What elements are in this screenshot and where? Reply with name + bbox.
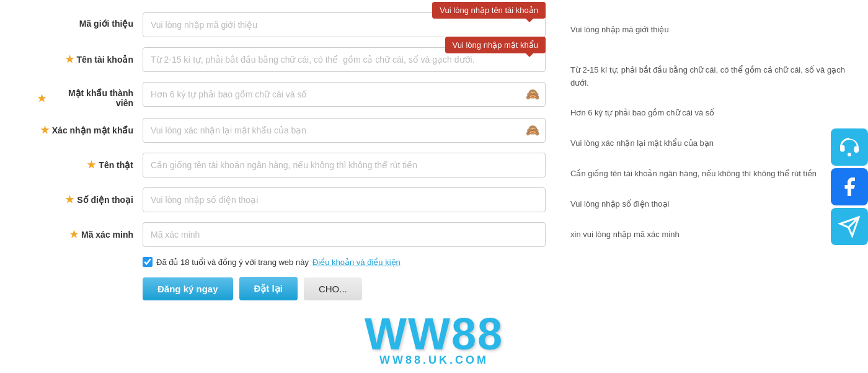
- facebook-svg: [838, 176, 861, 198]
- register-button[interactable]: Đăng ký ngay: [143, 277, 233, 300]
- headset-svg: [838, 136, 861, 158]
- hint-ma-xac-minh: xin vui lòng nhập mã xác minh: [570, 223, 856, 241]
- tooltip-ten-tai-khoan: Vui lòng nhập mật khẩu: [445, 37, 546, 53]
- btn-row: Đăng ký ngay Đặt lại CHO...: [143, 277, 546, 300]
- row-ma-gioi-thieu: Mã giới thiệu Vui lòng nhập tên tài khoả…: [37, 12, 546, 37]
- checkbox-age[interactable]: [143, 257, 153, 267]
- label-text-ten-that: Tên thật: [99, 160, 133, 170]
- form-left: Mã giới thiệu Vui lòng nhập tên tài khoả…: [0, 12, 558, 300]
- row-so-dien-thoai: ★ Số điện thoại: [37, 187, 546, 212]
- label-text-ma-gioi-thieu: Mã giới thiệu: [79, 19, 133, 29]
- hint-xac-nhan-mat-khau: Vui lòng xác nhận lại mật khẩu của bạn: [570, 132, 856, 150]
- logo-ww88: WW88: [365, 312, 503, 356]
- star-ten-tai-khoan: ★: [65, 53, 74, 65]
- label-ten-tai-khoan: ★ Tên tài khoản: [37, 47, 143, 65]
- eye-icon-mat-khau[interactable]: 🙈: [526, 88, 539, 101]
- tooltip-ma-gioi-thieu: Vui lòng nhập tên tài khoản: [432, 2, 546, 19]
- hint-ten-that: Cần giống tên tài khoản ngân hàng, nếu k…: [570, 163, 856, 181]
- checkbox-link[interactable]: Điều khoản và điều kiện: [312, 258, 401, 267]
- form-right-hints: Vui lòng nhập mã giới thiệu Từ 2-15 kí t…: [558, 12, 868, 300]
- label-text-xac-nhan-mat-khau: Xác nhận mật khẩu: [52, 125, 133, 135]
- logo-overlay: WW88 WW88.UK.COM: [365, 312, 503, 367]
- star-mat-khau: ★: [37, 92, 46, 104]
- label-text-mat-khau: Mật khẩu thành viên: [49, 88, 133, 108]
- facebook-icon[interactable]: [831, 168, 868, 205]
- label-ma-gioi-thieu: Mã giới thiệu: [37, 12, 143, 29]
- telegram-icon[interactable]: [831, 208, 868, 245]
- side-icons: [831, 128, 868, 245]
- logo-sub: WW88.UK.COM: [365, 354, 503, 367]
- checkbox-row: Đã đủ 18 tuổi và đồng ý với trang web nà…: [143, 257, 546, 267]
- label-xac-nhan-mat-khau: ★ Xác nhận mật khẩu: [37, 118, 143, 136]
- row-xac-nhan-mat-khau: ★ Xác nhận mật khẩu 🙈: [37, 118, 546, 143]
- label-text-so-dien-thoai: Số điện thoại: [77, 195, 133, 205]
- form-area: Mã giới thiệu Vui lòng nhập tên tài khoả…: [0, 0, 868, 313]
- input-wrap-ten-that: [143, 153, 546, 178]
- label-mat-khau: ★ Mật khẩu thành viên: [37, 82, 143, 108]
- star-ma-xac-minh: ★: [69, 228, 78, 240]
- support-icon[interactable]: [831, 128, 868, 166]
- label-ten-that: ★ Tên thật: [37, 153, 143, 171]
- input-wrap-ma-gioi-thieu: Vui lòng nhập tên tài khoản: [143, 12, 546, 37]
- star-so-dien-thoai: ★: [65, 194, 74, 205]
- row-ma-xac-minh: ★ Mã xác minh: [37, 222, 546, 247]
- label-so-dien-thoai: ★ Số điện thoại: [37, 187, 143, 205]
- row-mat-khau: ★ Mật khẩu thành viên 🙈: [37, 82, 546, 108]
- input-mat-khau[interactable]: [143, 82, 546, 107]
- star-ten-that: ★: [87, 159, 95, 171]
- hint-so-dien-thoai: Vui lòng nhập số điện thoại: [570, 193, 856, 211]
- input-so-dien-thoai[interactable]: [143, 187, 546, 212]
- input-wrap-ma-xac-minh: [143, 222, 546, 247]
- reset-button[interactable]: Đặt lại: [239, 277, 298, 300]
- input-wrap-xac-nhan-mat-khau: 🙈: [143, 118, 546, 143]
- input-ma-xac-minh[interactable]: [143, 222, 546, 247]
- hint-ten-tai-khoan: Từ 2-15 kí tự, phải bắt đầu bằng chữ cái…: [570, 59, 856, 90]
- row-ten-that: ★ Tên thật: [37, 153, 546, 178]
- eye-icon-xac-nhan-mat-khau[interactable]: 🙈: [526, 124, 539, 137]
- hint-ma-gioi-thieu: Vui lòng nhập mã giới thiệu: [570, 19, 856, 37]
- label-text-ten-tai-khoan: Tên tài khoản: [77, 55, 133, 65]
- page-wrapper: Mã giới thiệu Vui lòng nhập tên tài khoả…: [0, 0, 868, 373]
- label-text-ma-xac-minh: Mã xác minh: [81, 230, 133, 240]
- checkbox-label: Đã đủ 18 tuổi và đồng ý với trang web nà…: [156, 258, 309, 267]
- input-wrap-mat-khau: 🙈: [143, 82, 546, 107]
- hint-mat-khau: Hơn 6 ký tự phải bao gồm chữ cái và số: [570, 102, 856, 120]
- telegram-svg: [838, 215, 861, 238]
- input-xac-nhan-mat-khau[interactable]: [143, 118, 546, 143]
- star-xac-nhan-mat-khau: ★: [40, 124, 49, 136]
- svg-point-0: [848, 153, 851, 156]
- row-ten-tai-khoan: ★ Tên tài khoản Vui lòng nhập mật khẩu: [37, 47, 546, 72]
- input-ten-that[interactable]: [143, 153, 546, 178]
- label-ma-xac-minh: ★ Mã xác minh: [37, 222, 143, 240]
- input-wrap-so-dien-thoai: [143, 187, 546, 212]
- other-button[interactable]: CHO...: [304, 277, 362, 300]
- input-wrap-ten-tai-khoan: Vui lòng nhập mật khẩu: [143, 47, 546, 72]
